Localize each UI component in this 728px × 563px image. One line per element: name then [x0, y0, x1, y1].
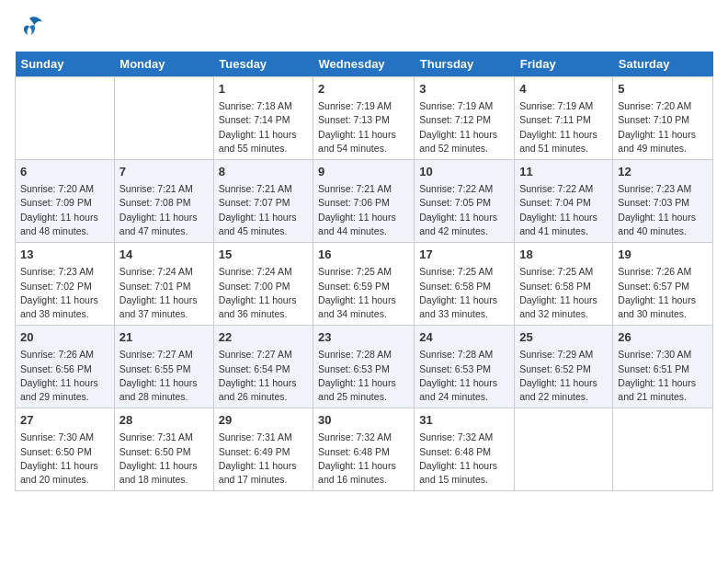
calendar-day-cell: 10Sunrise: 7:22 AM Sunset: 7:05 PM Dayli…: [415, 160, 515, 243]
calendar-week-row: 13Sunrise: 7:23 AM Sunset: 7:02 PM Dayli…: [16, 243, 713, 326]
calendar-day-cell: 15Sunrise: 7:24 AM Sunset: 7:00 PM Dayli…: [213, 243, 313, 326]
day-number: 10: [419, 164, 509, 180]
day-number: 28: [119, 412, 209, 429]
day-info: Sunrise: 7:27 AM Sunset: 6:54 PM Dayligh…: [219, 348, 308, 404]
day-number: 2: [318, 81, 409, 98]
day-number: 9: [318, 164, 409, 180]
day-number: 31: [419, 412, 509, 429]
calendar-day-cell: 13Sunrise: 7:23 AM Sunset: 7:02 PM Dayli…: [16, 243, 115, 326]
day-info: Sunrise: 7:32 AM Sunset: 6:48 PM Dayligh…: [419, 431, 509, 487]
calendar-day-cell: 2Sunrise: 7:19 AM Sunset: 7:13 PM Daylig…: [313, 77, 415, 160]
calendar-week-row: 27Sunrise: 7:30 AM Sunset: 6:50 PM Dayli…: [16, 408, 713, 491]
calendar-day-cell: 22Sunrise: 7:27 AM Sunset: 6:54 PM Dayli…: [213, 326, 313, 408]
day-number: 12: [618, 164, 708, 180]
calendar-day-cell: 1Sunrise: 7:18 AM Sunset: 7:14 PM Daylig…: [213, 77, 313, 160]
day-info: Sunrise: 7:21 AM Sunset: 7:06 PM Dayligh…: [318, 182, 409, 238]
day-info: Sunrise: 7:28 AM Sunset: 6:53 PM Dayligh…: [419, 348, 509, 404]
calendar-day-cell: 12Sunrise: 7:23 AM Sunset: 7:03 PM Dayli…: [613, 160, 713, 243]
day-info: Sunrise: 7:24 AM Sunset: 7:01 PM Dayligh…: [119, 265, 209, 321]
calendar-day-cell: 7Sunrise: 7:21 AM Sunset: 7:08 PM Daylig…: [114, 160, 213, 243]
calendar-week-row: 20Sunrise: 7:26 AM Sunset: 6:56 PM Dayli…: [16, 326, 713, 408]
calendar-day-cell: [16, 77, 115, 160]
day-info: Sunrise: 7:25 AM Sunset: 6:58 PM Dayligh…: [519, 265, 608, 321]
calendar-day-cell: 17Sunrise: 7:25 AM Sunset: 6:58 PM Dayli…: [415, 243, 515, 326]
day-number: 6: [20, 164, 109, 180]
day-number: 4: [519, 81, 608, 98]
day-info: Sunrise: 7:25 AM Sunset: 6:59 PM Dayligh…: [318, 265, 409, 321]
day-info: Sunrise: 7:31 AM Sunset: 6:50 PM Dayligh…: [119, 431, 209, 487]
day-info: Sunrise: 7:30 AM Sunset: 6:51 PM Dayligh…: [618, 348, 708, 404]
calendar-day-cell: [515, 408, 613, 491]
day-number: 16: [318, 247, 409, 263]
day-number: 13: [20, 247, 109, 263]
day-number: 29: [219, 412, 308, 429]
day-number: 30: [318, 412, 409, 429]
calendar-day-cell: 14Sunrise: 7:24 AM Sunset: 7:01 PM Dayli…: [114, 243, 213, 326]
day-info: Sunrise: 7:26 AM Sunset: 6:57 PM Dayligh…: [618, 265, 708, 321]
day-info: Sunrise: 7:20 AM Sunset: 7:09 PM Dayligh…: [20, 182, 109, 238]
calendar-day-cell: 3Sunrise: 7:19 AM Sunset: 7:12 PM Daylig…: [415, 77, 515, 160]
calendar-body: 1Sunrise: 7:18 AM Sunset: 7:14 PM Daylig…: [16, 77, 713, 491]
day-info: Sunrise: 7:30 AM Sunset: 6:50 PM Dayligh…: [20, 431, 109, 487]
day-number: 21: [119, 329, 209, 346]
day-number: 11: [519, 164, 608, 180]
calendar-day-cell: 16Sunrise: 7:25 AM Sunset: 6:59 PM Dayli…: [313, 243, 415, 326]
day-info: Sunrise: 7:19 AM Sunset: 7:13 PM Dayligh…: [318, 99, 409, 155]
weekday-header-cell: Wednesday: [313, 52, 415, 77]
weekday-header-cell: Tuesday: [213, 52, 313, 77]
logo: [15, 15, 48, 40]
day-info: Sunrise: 7:31 AM Sunset: 6:49 PM Dayligh…: [219, 431, 308, 487]
calendar-day-cell: 4Sunrise: 7:19 AM Sunset: 7:11 PM Daylig…: [515, 77, 613, 160]
calendar-day-cell: 30Sunrise: 7:32 AM Sunset: 6:48 PM Dayli…: [313, 408, 415, 491]
day-number: 5: [618, 81, 708, 98]
day-number: 17: [419, 247, 509, 263]
calendar-day-cell: 25Sunrise: 7:29 AM Sunset: 6:52 PM Dayli…: [515, 326, 613, 408]
calendar-day-cell: 11Sunrise: 7:22 AM Sunset: 7:04 PM Dayli…: [515, 160, 613, 243]
day-info: Sunrise: 7:22 AM Sunset: 7:04 PM Dayligh…: [519, 182, 608, 238]
day-info: Sunrise: 7:26 AM Sunset: 6:56 PM Dayligh…: [20, 348, 109, 404]
calendar-day-cell: 21Sunrise: 7:27 AM Sunset: 6:55 PM Dayli…: [114, 326, 213, 408]
weekday-header-cell: Thursday: [415, 52, 515, 77]
weekday-header-cell: Saturday: [613, 52, 713, 77]
day-info: Sunrise: 7:19 AM Sunset: 7:11 PM Dayligh…: [519, 99, 608, 155]
calendar-day-cell: 8Sunrise: 7:21 AM Sunset: 7:07 PM Daylig…: [213, 160, 313, 243]
day-number: 22: [219, 329, 308, 346]
day-info: Sunrise: 7:23 AM Sunset: 7:03 PM Dayligh…: [618, 182, 708, 238]
day-number: 20: [20, 329, 109, 346]
calendar-day-cell: 29Sunrise: 7:31 AM Sunset: 6:49 PM Dayli…: [213, 408, 313, 491]
day-number: 24: [419, 329, 509, 346]
calendar-day-cell: 20Sunrise: 7:26 AM Sunset: 6:56 PM Dayli…: [16, 326, 115, 408]
day-info: Sunrise: 7:28 AM Sunset: 6:53 PM Dayligh…: [318, 348, 409, 404]
day-info: Sunrise: 7:25 AM Sunset: 6:58 PM Dayligh…: [419, 265, 509, 321]
calendar-week-row: 6Sunrise: 7:20 AM Sunset: 7:09 PM Daylig…: [16, 160, 713, 243]
day-number: 25: [519, 329, 608, 346]
day-info: Sunrise: 7:22 AM Sunset: 7:05 PM Dayligh…: [419, 182, 509, 238]
day-number: 15: [219, 247, 308, 263]
calendar-day-cell: 18Sunrise: 7:25 AM Sunset: 6:58 PM Dayli…: [515, 243, 613, 326]
day-number: 23: [318, 329, 409, 346]
day-info: Sunrise: 7:21 AM Sunset: 7:08 PM Dayligh…: [119, 182, 209, 238]
calendar-day-cell: 24Sunrise: 7:28 AM Sunset: 6:53 PM Dayli…: [415, 326, 515, 408]
calendar-week-row: 1Sunrise: 7:18 AM Sunset: 7:14 PM Daylig…: [16, 77, 713, 160]
calendar-day-cell: 5Sunrise: 7:20 AM Sunset: 7:10 PM Daylig…: [613, 77, 713, 160]
calendar-day-cell: [114, 77, 213, 160]
day-info: Sunrise: 7:18 AM Sunset: 7:14 PM Dayligh…: [219, 99, 308, 155]
day-info: Sunrise: 7:32 AM Sunset: 6:48 PM Dayligh…: [318, 431, 409, 487]
calendar-day-cell: 9Sunrise: 7:21 AM Sunset: 7:06 PM Daylig…: [313, 160, 415, 243]
calendar-table: SundayMondayTuesdayWednesdayThursdayFrid…: [15, 52, 713, 491]
weekday-header-cell: Sunday: [16, 52, 115, 77]
day-number: 1: [219, 81, 308, 98]
calendar-day-cell: 23Sunrise: 7:28 AM Sunset: 6:53 PM Dayli…: [313, 326, 415, 408]
calendar-day-cell: 26Sunrise: 7:30 AM Sunset: 6:51 PM Dayli…: [613, 326, 713, 408]
day-info: Sunrise: 7:21 AM Sunset: 7:07 PM Dayligh…: [219, 182, 308, 238]
day-info: Sunrise: 7:27 AM Sunset: 6:55 PM Dayligh…: [119, 348, 209, 404]
calendar-day-cell: 28Sunrise: 7:31 AM Sunset: 6:50 PM Dayli…: [114, 408, 213, 491]
weekday-header-cell: Friday: [515, 52, 613, 77]
day-number: 7: [119, 164, 209, 180]
day-number: 19: [618, 247, 708, 263]
day-number: 27: [20, 412, 109, 429]
calendar-day-cell: 19Sunrise: 7:26 AM Sunset: 6:57 PM Dayli…: [613, 243, 713, 326]
day-number: 26: [618, 329, 708, 346]
day-info: Sunrise: 7:20 AM Sunset: 7:10 PM Dayligh…: [618, 99, 708, 155]
calendar-day-cell: [613, 408, 713, 491]
